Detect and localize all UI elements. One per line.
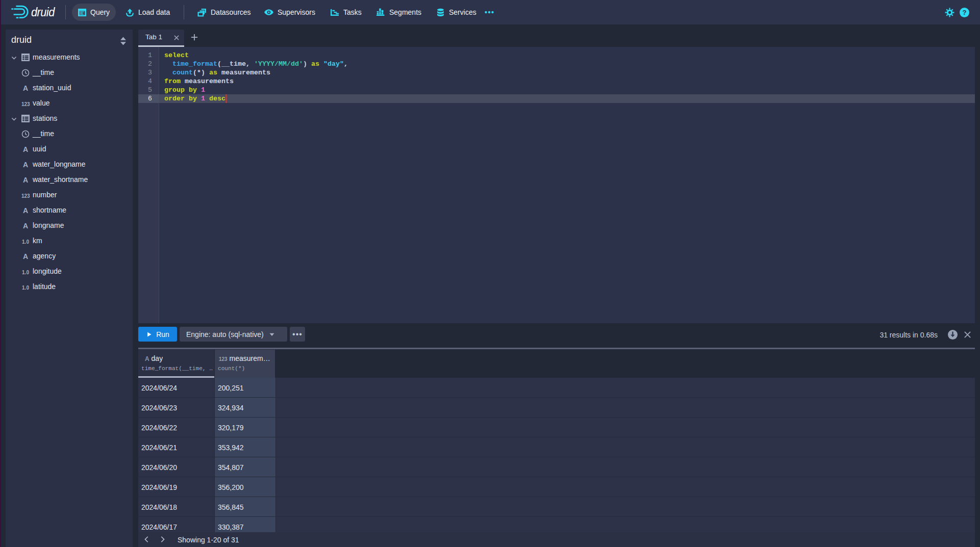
svg-text:?: ?	[963, 9, 967, 16]
